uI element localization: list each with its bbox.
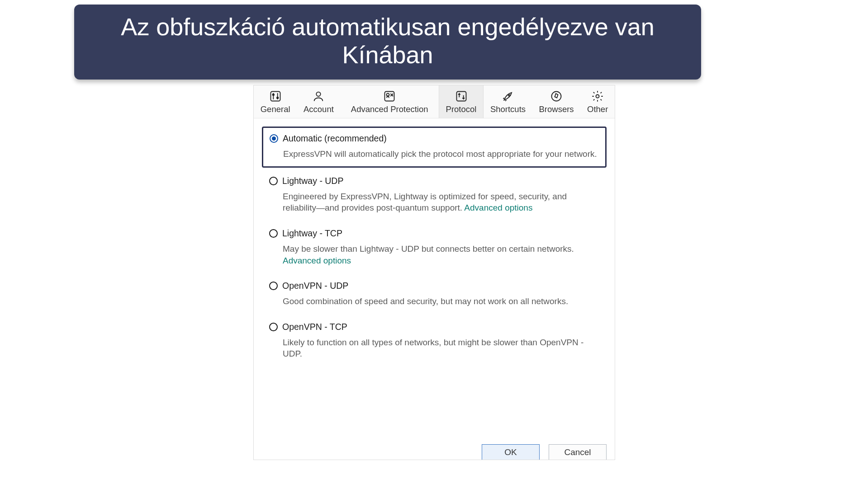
- rocket-icon: [502, 90, 514, 103]
- ok-button[interactable]: OK: [482, 444, 540, 460]
- tab-label: Browsers: [539, 104, 574, 114]
- advanced-options-link[interactable]: Advanced options: [283, 256, 351, 265]
- tab-advanced-protection[interactable]: Advanced Protection: [341, 85, 439, 118]
- tab-label: General: [261, 104, 290, 114]
- svg-point-7: [387, 94, 389, 96]
- user-icon: [312, 90, 325, 103]
- tab-shortcuts[interactable]: Shortcuts: [484, 85, 532, 118]
- svg-point-5: [317, 92, 321, 96]
- svg-rect-8: [456, 92, 466, 101]
- protocol-option-lightway-udp[interactable]: Lightway - UDP Engineered by ExpressVPN,…: [262, 170, 607, 220]
- protocol-panel: Automatic (recommended) ExpressVPN will …: [254, 118, 615, 460]
- protocol-option-openvpn-udp[interactable]: OpenVPN - UDP Good combination of speed …: [262, 275, 607, 314]
- caption-banner: Az obfuszkáció automatikusan engedélyezv…: [74, 5, 701, 80]
- svg-point-2: [272, 94, 274, 96]
- option-title: Lightway - TCP: [282, 228, 342, 239]
- option-description: May be slower than Lightway - UDP but co…: [283, 243, 599, 266]
- radio-icon[interactable]: [269, 282, 278, 290]
- tab-other[interactable]: Other: [580, 85, 615, 118]
- arrows-icon: [455, 90, 468, 103]
- cancel-button[interactable]: Cancel: [549, 444, 607, 460]
- option-description: Good combination of speed and security, …: [283, 296, 599, 307]
- svg-rect-0: [270, 92, 280, 101]
- tabbar: General Account Advanced Protection Prot…: [254, 85, 615, 118]
- option-description: Engineered by ExpressVPN, Lightway is op…: [283, 191, 599, 214]
- tab-label: Account: [304, 104, 334, 114]
- option-description: Likely to function on all types of netwo…: [283, 337, 599, 360]
- protocol-option-openvpn-tcp[interactable]: OpenVPN - TCP Likely to function on all …: [262, 316, 607, 366]
- option-title: OpenVPN - UDP: [282, 281, 348, 291]
- tab-label: Other: [587, 104, 608, 114]
- radio-icon[interactable]: [269, 229, 278, 238]
- option-description: ExpressVPN will automatically pick the p…: [283, 148, 599, 160]
- svg-point-9: [508, 94, 510, 96]
- radio-icon[interactable]: [269, 323, 278, 331]
- sliders-icon: [269, 90, 282, 103]
- tab-label: Shortcuts: [490, 104, 526, 114]
- tab-protocol[interactable]: Protocol: [439, 85, 484, 118]
- tab-browsers[interactable]: Browsers: [532, 85, 581, 118]
- caption-text: Az obfuszkáció automatikusan engedélyezv…: [121, 13, 655, 68]
- tab-account[interactable]: Account: [297, 85, 340, 118]
- tab-label: Advanced Protection: [351, 104, 428, 114]
- option-title: Automatic (recommended): [283, 133, 387, 144]
- gear-icon: [591, 90, 604, 103]
- radio-icon[interactable]: [269, 177, 278, 185]
- description-text: May be slower than Lightway - UDP but co…: [283, 244, 574, 254]
- dialog-button-bar: OK Cancel: [482, 440, 607, 460]
- option-title: OpenVPN - TCP: [282, 322, 347, 332]
- svg-point-11: [596, 95, 599, 98]
- protocol-option-lightway-tcp[interactable]: Lightway - TCP May be slower than Lightw…: [262, 223, 607, 273]
- shield-lock-icon: [383, 90, 396, 103]
- settings-window: General Account Advanced Protection Prot…: [253, 85, 615, 460]
- compass-icon: [550, 90, 563, 103]
- svg-point-10: [552, 92, 561, 101]
- svg-point-4: [277, 97, 279, 99]
- protocol-option-automatic[interactable]: Automatic (recommended) ExpressVPN will …: [262, 127, 607, 168]
- tab-general[interactable]: General: [254, 85, 297, 118]
- tab-label: Protocol: [446, 104, 477, 114]
- option-title: Lightway - UDP: [282, 176, 343, 186]
- radio-icon[interactable]: [270, 134, 278, 143]
- advanced-options-link[interactable]: Advanced options: [464, 203, 532, 212]
